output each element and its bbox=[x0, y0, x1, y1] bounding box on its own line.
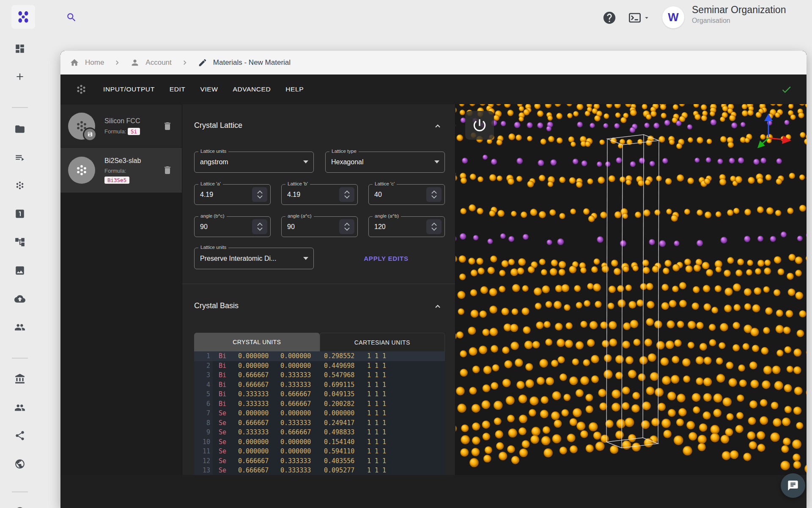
basis-atom-row[interactable]: 2Bi0.0000000.0000000.4496981 1 1 bbox=[194, 361, 445, 371]
collapse-basis-icon[interactable] bbox=[433, 302, 442, 311]
tab-cartesian-units[interactable]: CARTESIAN UNITS bbox=[320, 333, 445, 351]
breadcrumb-current: Materials - New Material bbox=[213, 58, 291, 67]
sidebar-divider bbox=[12, 107, 28, 108]
basis-atom-row[interactable]: 6Bi0.3333330.6666670.2002821 1 1 bbox=[194, 399, 445, 409]
material-item[interactable]: Bi2Se3-slabFormula:Bi3Se5 bbox=[60, 148, 182, 193]
breadcrumb-account[interactable]: Account bbox=[145, 58, 171, 67]
delete-material-button[interactable] bbox=[162, 120, 173, 132]
dropdown-caret-icon bbox=[434, 160, 439, 163]
app-logo-icon[interactable] bbox=[11, 5, 35, 29]
help-icon[interactable] bbox=[602, 11, 617, 25]
avatar[interactable]: W bbox=[662, 6, 684, 28]
collapse-lattice-icon[interactable] bbox=[433, 122, 442, 130]
basis-units-tabs: CRYSTAL UNITSCARTESIAN UNITS bbox=[194, 333, 445, 351]
viewer-power-button[interactable] bbox=[465, 111, 494, 140]
formula-chip: Si bbox=[128, 128, 140, 135]
sidebar-item-images-icon[interactable] bbox=[14, 265, 25, 276]
stepper-control[interactable] bbox=[426, 219, 442, 234]
menu-view[interactable]: VIEW bbox=[200, 86, 218, 93]
delete-material-button[interactable] bbox=[162, 164, 173, 176]
apply-edits-button[interactable]: APPLY EDITS bbox=[352, 248, 420, 269]
console-dropdown-icon[interactable] bbox=[627, 11, 651, 25]
search-icon[interactable] bbox=[63, 9, 80, 25]
material-name: Bi2Se3-slab bbox=[104, 157, 162, 165]
basis-atom-row[interactable]: 3Bi0.6666670.3333330.5479681 1 1 bbox=[194, 370, 445, 380]
saved-badge-icon bbox=[83, 127, 97, 141]
lattice-a-input[interactable]: Lattice 'a' 4.19 bbox=[194, 184, 271, 205]
menu-input-output[interactable]: INPUT/OUTPUT bbox=[103, 86, 155, 93]
basis-atom-row[interactable]: 1Bi0.0000000.0000000.2985521 1 1 bbox=[194, 351, 445, 361]
stepper-control[interactable] bbox=[252, 187, 267, 202]
sidebar bbox=[0, 36, 41, 508]
sidebar-item-organization-icon[interactable] bbox=[14, 373, 25, 384]
home-icon[interactable] bbox=[70, 58, 79, 67]
sidebar-item-share-icon[interactable] bbox=[14, 430, 25, 441]
material-formula: Formula: Si bbox=[104, 128, 162, 135]
stepper-control[interactable] bbox=[426, 187, 442, 202]
stepper-control[interactable] bbox=[339, 187, 354, 202]
angle-ab-input[interactable]: angle (a^b) 120 bbox=[368, 216, 445, 237]
sidebar-item-team-icon[interactable] bbox=[14, 322, 25, 333]
material-avatar bbox=[68, 113, 95, 140]
sidebar-item-one-icon[interactable] bbox=[14, 208, 25, 219]
dropdown-caret-icon bbox=[303, 257, 308, 260]
lattice-c-input[interactable]: Lattice 'c' 40 bbox=[368, 184, 445, 205]
lattice-units-select[interactable]: Lattice units angstrom bbox=[194, 152, 314, 173]
sidebar-item-workflows-icon[interactable] bbox=[14, 237, 25, 248]
sidebar-item-globe-icon[interactable] bbox=[14, 506, 25, 508]
sidebar-item-people-icon[interactable] bbox=[14, 402, 25, 413]
sidebar-item-folder-icon[interactable] bbox=[14, 124, 25, 135]
sidebar-divider bbox=[12, 491, 28, 492]
crystal-lattice-title: Crystal Lattice bbox=[194, 121, 242, 130]
structure-3d-canvas[interactable] bbox=[455, 104, 807, 475]
angle-ac-input[interactable]: angle (a^c) 90 bbox=[281, 216, 358, 237]
menu-edit[interactable]: EDIT bbox=[170, 86, 186, 93]
crystal-basis-title: Crystal Basis bbox=[194, 301, 239, 310]
lattice-units-value: angstrom bbox=[200, 152, 228, 172]
basis-atom-row[interactable]: 8Se0.6666670.3333330.2494171 1 1 bbox=[194, 418, 445, 428]
sidebar-item-jobs-icon[interactable] bbox=[14, 152, 25, 163]
basis-atom-row[interactable]: 9Se0.3333330.6666670.4988331 1 1 bbox=[194, 428, 445, 437]
material-item[interactable]: Silicon FCCFormula: Si bbox=[60, 105, 182, 147]
molecule-icon bbox=[75, 83, 88, 96]
chat-launcher-button[interactable] bbox=[781, 473, 805, 498]
structure-viewer-panel[interactable] bbox=[455, 104, 807, 475]
basis-code-editor[interactable]: 1Bi0.0000000.0000000.2985521 1 12Bi0.000… bbox=[194, 351, 445, 475]
sidebar-item-materials-icon[interactable] bbox=[14, 180, 25, 191]
org-type: Organisation bbox=[692, 17, 730, 25]
sidebar-item-dashboard-icon[interactable] bbox=[14, 43, 25, 54]
breadcrumb-home[interactable]: Home bbox=[85, 58, 104, 67]
basis-atom-row[interactable]: 4Bi0.6666670.3333330.6991151 1 1 bbox=[194, 380, 445, 390]
angle-bc-input[interactable]: angle (b^c) 90 bbox=[194, 216, 271, 237]
basis-atom-row[interactable]: 10Se0.0000000.0000000.1541401 1 1 bbox=[194, 437, 445, 447]
sidebar-item-globe-icon[interactable] bbox=[14, 458, 25, 469]
material-formula: Formula:Bi3Se5 bbox=[104, 168, 162, 184]
section-divider bbox=[182, 284, 455, 284]
org-name: Seminar Organization bbox=[692, 4, 786, 16]
stepper-control[interactable] bbox=[252, 219, 267, 234]
basis-atom-row[interactable]: 7Se0.0000000.0000000.0000001 1 1 bbox=[194, 409, 445, 418]
tab-crystal-units[interactable]: CRYSTAL UNITS bbox=[194, 333, 320, 351]
editor-menubar: INPUT/OUTPUTEDITVIEWADVANCEDHELP bbox=[60, 75, 807, 104]
window-footer bbox=[60, 475, 807, 508]
person-icon[interactable] bbox=[130, 58, 140, 67]
lattice-type-value: Hexagonal bbox=[331, 152, 364, 172]
edit-units-select[interactable]: Lattice units Preserve Interatomic Di... bbox=[194, 248, 314, 269]
lattice-b-input[interactable]: Lattice 'b' 4.19 bbox=[281, 184, 358, 205]
basis-atom-row[interactable]: 11Se0.0000000.0000000.5941101 1 1 bbox=[194, 447, 445, 456]
formula-chip: Bi3Se5 bbox=[104, 177, 129, 184]
lattice-type-select[interactable]: Lattice type Hexagonal bbox=[325, 152, 445, 173]
menu-help[interactable]: HELP bbox=[285, 86, 304, 93]
sidebar-item-upload-icon[interactable] bbox=[14, 293, 25, 304]
pencil-icon bbox=[198, 58, 207, 67]
chevron-right-icon bbox=[113, 59, 121, 66]
avatar-letter: W bbox=[668, 11, 678, 24]
basis-atom-row[interactable]: 12Se0.6666670.3333330.4035561 1 1 bbox=[194, 456, 445, 466]
basis-atom-row[interactable]: 13Se0.6666670.3333330.0952771 1 1 bbox=[194, 466, 445, 475]
chevron-down-icon bbox=[643, 14, 650, 22]
sidebar-item-plus-icon[interactable] bbox=[14, 71, 25, 82]
stepper-control[interactable] bbox=[339, 219, 354, 234]
basis-atom-row[interactable]: 5Bi0.3333330.6666670.0491351 1 1 bbox=[194, 389, 445, 399]
menu-advanced[interactable]: ADVANCED bbox=[233, 86, 271, 93]
main-window: Home Account Materials - New Material IN… bbox=[60, 51, 807, 508]
